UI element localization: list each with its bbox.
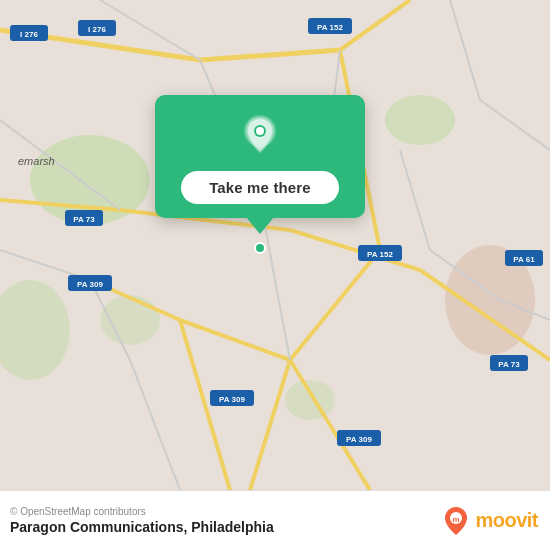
location-pin-icon — [238, 113, 282, 157]
svg-point-6 — [285, 380, 335, 420]
svg-text:I 276: I 276 — [88, 25, 106, 34]
svg-text:PA 309: PA 309 — [219, 395, 245, 404]
svg-text:I 276: I 276 — [20, 30, 38, 39]
svg-text:PA 152: PA 152 — [317, 23, 343, 32]
map-container[interactable]: I 276 I 276 PA 152 PA 152 PA 73 PA 73 PA… — [0, 0, 550, 490]
take-me-there-button[interactable]: Take me there — [181, 171, 339, 204]
svg-rect-0 — [0, 0, 550, 490]
bottom-left: © OpenStreetMap contributors Paragon Com… — [10, 506, 274, 535]
bottom-bar: © OpenStreetMap contributors Paragon Com… — [0, 490, 550, 550]
svg-text:m: m — [453, 515, 460, 524]
svg-point-55 — [255, 243, 265, 253]
svg-text:PA 73: PA 73 — [73, 215, 95, 224]
svg-point-2 — [385, 95, 455, 145]
moovit-text: moovit — [475, 509, 538, 532]
svg-text:PA 73: PA 73 — [498, 360, 520, 369]
svg-text:PA 309: PA 309 — [346, 435, 372, 444]
moovit-icon: m — [440, 505, 472, 537]
svg-text:PA 61: PA 61 — [513, 255, 535, 264]
svg-text:PA 152: PA 152 — [367, 250, 393, 259]
svg-point-58 — [256, 127, 264, 135]
copyright-text: © OpenStreetMap contributors — [10, 506, 274, 517]
popup-card: Take me there — [155, 95, 365, 218]
svg-text:PA 309: PA 309 — [77, 280, 103, 289]
location-name: Paragon Communications, Philadelphia — [10, 519, 274, 535]
map-svg: I 276 I 276 PA 152 PA 152 PA 73 PA 73 PA… — [0, 0, 550, 490]
svg-text:emarsh: emarsh — [18, 155, 55, 167]
moovit-logo: m moovit — [440, 505, 538, 537]
